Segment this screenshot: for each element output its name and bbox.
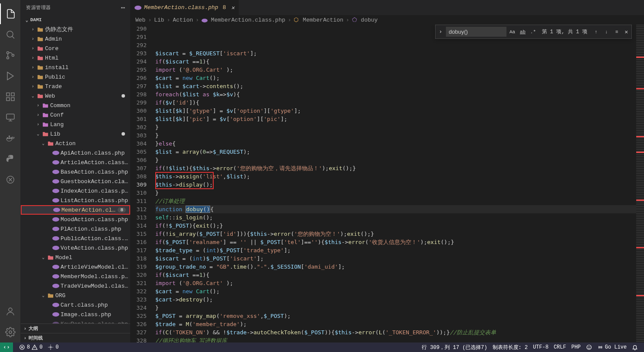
tree-file[interactable]: ApiAction.class.php: [21, 148, 130, 158]
tree-folder[interactable]: ›Core: [21, 44, 130, 53]
tree-file[interactable]: MemberAction.class.php8: [21, 205, 130, 215]
tree-file[interactable]: ArticleViewModel.class.php: [21, 262, 130, 272]
breadcrumb-segment[interactable]: ⬡ MemberAction: [294, 16, 343, 23]
svg-point-32: [52, 322, 59, 323]
settings-icon[interactable]: [0, 322, 21, 342]
status-tabsize[interactable]: 制表符长度: 2: [490, 344, 531, 351]
timeline-section[interactable]: › 时间线: [21, 333, 130, 342]
tree-folder[interactable]: ›Admin: [21, 34, 130, 44]
remote-indicator[interactable]: [0, 342, 13, 352]
status-eol[interactable]: CRLF: [551, 344, 569, 350]
status-encoding[interactable]: UTF-8: [530, 344, 551, 350]
svg-point-3: [12, 54, 14, 57]
tree-file[interactable]: TradeViewModel.class.php: [21, 281, 130, 291]
svg-rect-8: [6, 114, 14, 119]
search-icon[interactable]: [0, 24, 21, 45]
regex-icon[interactable]: .*: [529, 28, 538, 36]
find-input[interactable]: [446, 27, 506, 37]
tree-file[interactable]: PlAction.class.php: [21, 224, 130, 234]
find-close-icon[interactable]: ✕: [623, 29, 630, 35]
tree-folder[interactable]: ›Lang: [21, 120, 130, 129]
svg-point-33: [135, 6, 141, 10]
svg-point-2: [6, 57, 9, 59]
tree-folder[interactable]: ⌄Lib: [21, 129, 130, 139]
source-control-icon[interactable]: [0, 45, 21, 66]
svg-point-15: [9, 331, 12, 333]
breadcrumb-segment[interactable]: MemberAction.class.php: [202, 17, 285, 23]
explorer-icon[interactable]: [0, 3, 21, 24]
tree-file[interactable]: KeyReplace.class.php: [21, 319, 130, 323]
chevron-down-icon: ⌄: [23, 17, 30, 23]
line-gutter: 2902912922932942952962972982993003013023…: [130, 25, 155, 342]
find-prev-icon[interactable]: ↑: [592, 28, 600, 36]
tree-folder[interactable]: ›Public: [21, 72, 130, 82]
sidebar-header: 资源管理器 ⋯: [21, 0, 130, 15]
tree-file[interactable]: IndexAction.class.php: [21, 186, 130, 196]
tree-file[interactable]: Cart.class.php: [21, 300, 130, 310]
svg-point-20: [52, 189, 59, 193]
tree-folder[interactable]: ›install: [21, 63, 130, 72]
tree-file[interactable]: Image.class.php: [21, 310, 130, 319]
svg-point-36: [50, 346, 52, 348]
tree-folder[interactable]: ⌄Web: [21, 91, 130, 101]
breadcrumb-segment[interactable]: Web: [135, 17, 145, 23]
tree-folder[interactable]: ⌄ORG: [21, 291, 130, 300]
tree-folder[interactable]: ›伪静态文件: [21, 25, 130, 34]
tree-file[interactable]: VoteAction.class.php: [21, 243, 130, 253]
svg-point-30: [52, 303, 59, 307]
svg-rect-12: [9, 136, 10, 137]
tree-file[interactable]: ArticleAction.class.php: [21, 158, 130, 167]
tree-folder[interactable]: ›Html: [21, 53, 130, 63]
find-expand-icon[interactable]: ›: [437, 29, 444, 35]
run-debug-icon[interactable]: [0, 66, 21, 86]
status-lang[interactable]: PHP: [569, 344, 583, 350]
status-feedback-icon[interactable]: [583, 344, 595, 350]
find-next-icon[interactable]: ↓: [602, 28, 611, 36]
status-bell-icon[interactable]: [629, 344, 641, 350]
editor-area: MemberAction.class.php 8 ✕ Web›Lib›Actio…: [130, 0, 644, 342]
python-icon[interactable]: [0, 149, 21, 169]
docker-icon[interactable]: [0, 128, 21, 149]
svg-point-19: [52, 179, 59, 184]
match-case-icon[interactable]: Aa: [508, 28, 517, 36]
svg-point-26: [52, 246, 59, 250]
breadcrumb-segment[interactable]: ⬠ dobuy: [352, 16, 378, 23]
minimap[interactable]: [636, 25, 644, 342]
tree-folder[interactable]: ›Trade: [21, 82, 130, 91]
svg-rect-4: [6, 93, 10, 96]
tab-close-icon[interactable]: ✕: [231, 4, 234, 11]
tree-folder[interactable]: ›Common: [21, 101, 130, 110]
php-file-icon: [135, 6, 141, 10]
status-errors[interactable]: 8 0: [16, 344, 45, 350]
svg-point-17: [52, 160, 59, 165]
tree-folder[interactable]: ›Conf: [21, 110, 130, 120]
whole-word-icon[interactable]: ab: [519, 28, 527, 36]
tree-file[interactable]: BaseAction.class.php: [21, 167, 130, 177]
svg-point-34: [202, 19, 208, 22]
tree-folder[interactable]: ⌄Model: [21, 253, 130, 262]
tree-file[interactable]: GuestbookAction.class.php: [21, 177, 130, 186]
outline-section[interactable]: › 大纲: [21, 323, 130, 333]
tab-active[interactable]: MemberAction.class.php 8 ✕: [130, 0, 239, 15]
account-icon[interactable]: [0, 301, 21, 322]
extensions-icon[interactable]: [0, 86, 21, 107]
status-ports[interactable]: 0: [45, 344, 61, 350]
misc-icon[interactable]: [0, 169, 21, 190]
tree-file[interactable]: MoodAction.class.php: [21, 215, 130, 224]
status-position[interactable]: 行 309，列 17 (已选择7): [419, 344, 490, 351]
breadcrumb-segment[interactable]: Action: [173, 17, 193, 23]
breadcrumb[interactable]: Web›Lib›Action› MemberAction.class.php›⬡…: [130, 15, 644, 25]
tree-file[interactable]: PublicAction.class.php: [21, 234, 130, 243]
tree-file[interactable]: ListAction.class.php: [21, 196, 130, 205]
tree-file[interactable]: MemberModel.class.php: [21, 272, 130, 281]
code-editor[interactable]: $iscart = $_REQUEST['iscart'];if($iscart…: [155, 25, 636, 342]
project-header[interactable]: ⌄ DAMI: [21, 15, 130, 25]
sidebar: 资源管理器 ⋯ ⌄ DAMI ›伪静态文件›Admin›Core›Html›in…: [21, 0, 130, 342]
status-golive[interactable]: Go Live: [595, 344, 629, 350]
tree-folder[interactable]: ⌄Action: [21, 139, 130, 148]
svg-point-23: [52, 217, 59, 222]
sidebar-more-icon[interactable]: ⋯: [121, 3, 125, 12]
breadcrumb-segment[interactable]: Lib: [154, 17, 164, 23]
remote-explorer-icon[interactable]: [0, 107, 21, 128]
find-selection-icon[interactable]: ≡: [612, 28, 621, 36]
